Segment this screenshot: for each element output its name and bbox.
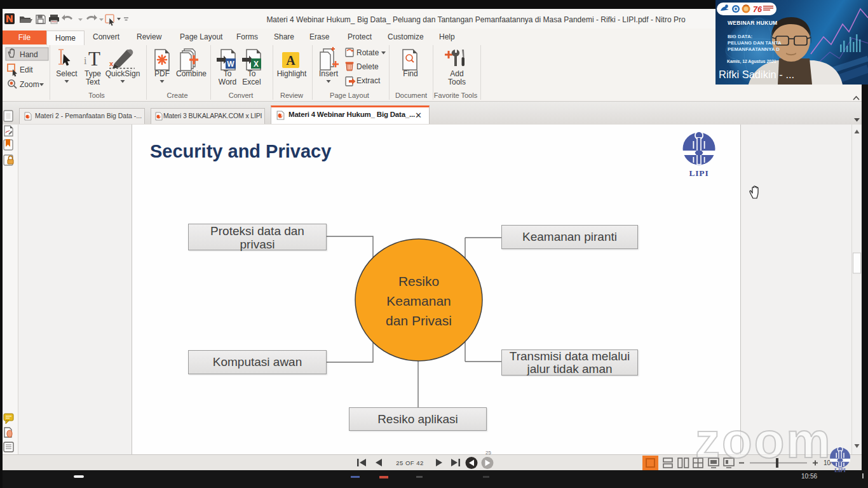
svg-text:Hand: Hand [20,50,38,59]
svg-text:Select: Select [56,69,78,78]
svg-text:i: i [84,55,87,66]
svg-text:QuickSign: QuickSign [105,69,140,78]
svg-text:PELUANG DAN TANTA: PELUANG DAN TANTA [728,40,782,46]
svg-text:Rotate: Rotate [356,48,379,57]
svg-text:To: To [248,69,256,78]
svg-text:Find: Find [403,69,417,78]
svg-text:Add: Add [450,69,463,78]
svg-text:Combine: Combine [176,69,207,78]
svg-text:Tools: Tools [448,78,466,86]
svg-text:Zoom: Zoom [20,80,39,89]
svg-text:Create: Create [166,92,187,99]
svg-text:Edit: Edit [20,65,33,74]
svg-text:Word: Word [219,78,236,86]
svg-text:Review: Review [280,92,303,99]
svg-text:PDF: PDF [154,69,170,78]
svg-text:X: X [254,60,259,69]
svg-text:Favorite Tools: Favorite Tools [434,92,478,99]
svg-text:Type: Type [85,69,101,78]
svg-text:Excel: Excel [242,78,261,86]
svg-text:T: T [88,48,100,70]
svg-text:Document: Document [395,92,427,99]
svg-text:76: 76 [753,5,763,14]
svg-text:PEMANFAATANNYA D: PEMANFAATANNYA D [728,46,780,52]
svg-text:Highlight: Highlight [277,69,307,78]
svg-text:Resiko: Resiko [398,274,439,288]
svg-text:Keamanan: Keamanan [386,294,451,308]
svg-text:To: To [224,69,232,78]
svg-text:dan Privasi: dan Privasi [386,313,452,328]
svg-text:Tools: Tools [88,92,105,99]
svg-text:Rifki Sadikin - ...: Rifki Sadikin - ... [719,69,794,80]
svg-text:W: W [227,60,234,69]
svg-text:Insert: Insert [319,69,339,78]
svg-text:LIPI: LIPI [834,467,846,473]
svg-text:Text: Text [86,78,100,86]
svg-text:Kamis, 12 Agustus 2021: Kamis, 12 Agustus 2021 [727,59,776,64]
svg-text:WEBINAR HUKUM: WEBINAR HUKUM [728,20,778,26]
svg-text:Extract: Extract [356,76,381,85]
svg-text:Delete: Delete [356,62,379,71]
svg-text:Page Layout: Page Layout [330,92,369,99]
svg-text:25 OF 42: 25 OF 42 [396,459,424,466]
svg-text:BIG DATA:: BIG DATA: [728,34,752,39]
svg-text:x: x [109,60,114,67]
svg-text:A: A [286,53,295,67]
svg-text:Convert: Convert [229,92,254,99]
